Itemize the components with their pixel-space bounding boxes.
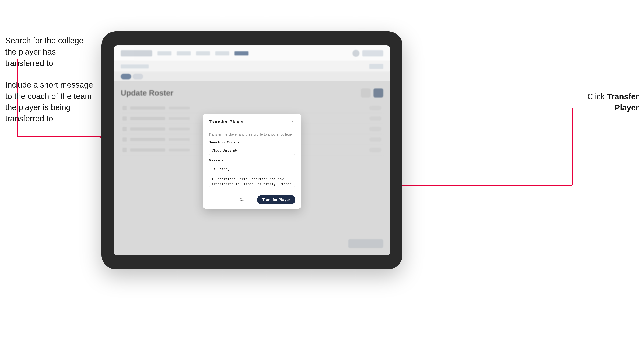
dialog-body: Transfer the player and their profile to… <box>203 128 301 192</box>
nav-logo <box>121 50 152 56</box>
dialog-subtitle: Transfer the player and their profile to… <box>208 133 296 137</box>
transfer-player-dialog: Transfer Player × Transfer the player an… <box>203 114 301 209</box>
dialog-overlay: Transfer Player × Transfer the player an… <box>114 81 390 255</box>
dialog-title: Transfer Player <box>208 119 244 125</box>
search-college-label: Search for College <box>208 140 296 144</box>
annotation-message-text: Include a short message to the coach of … <box>5 79 96 124</box>
nav-item-matches <box>196 51 210 55</box>
dialog-close-button[interactable]: × <box>290 119 296 125</box>
filter-tabs <box>114 72 390 81</box>
annotation-search-text: Search for the college the player has tr… <box>5 35 96 69</box>
cancel-button[interactable]: Cancel <box>237 196 254 204</box>
nav-item-team <box>177 51 191 55</box>
sub-right-btn <box>369 64 383 69</box>
nav-item-film <box>215 51 229 55</box>
annotation-left: Search for the college the player has tr… <box>5 35 96 135</box>
app-navbar <box>114 45 390 61</box>
message-label: Message <box>208 158 296 162</box>
message-textarea[interactable]: Hi Coach, I understand Chris Robertson h… <box>208 164 296 187</box>
nav-item-community <box>158 51 172 55</box>
transfer-player-button[interactable]: Transfer Player <box>257 195 296 204</box>
tab-active <box>121 74 131 79</box>
sub-item-1 <box>121 64 149 68</box>
dialog-header: Transfer Player × <box>203 114 301 128</box>
dialog-footer: Cancel Transfer Player <box>203 192 301 209</box>
annotation-right: Click Transfer Player <box>565 91 639 113</box>
nav-item-roster <box>234 51 248 55</box>
tab-inactive-1 <box>133 74 143 79</box>
nav-avatar <box>352 50 360 57</box>
nav-button <box>362 50 383 56</box>
tablet-screen: Update Roster <box>114 45 390 255</box>
annotation-click-text: Click Transfer Player <box>565 91 639 113</box>
search-college-input[interactable] <box>208 146 296 155</box>
tablet-frame: Update Roster <box>102 31 402 269</box>
sub-header <box>114 61 390 72</box>
nav-right <box>352 50 383 57</box>
